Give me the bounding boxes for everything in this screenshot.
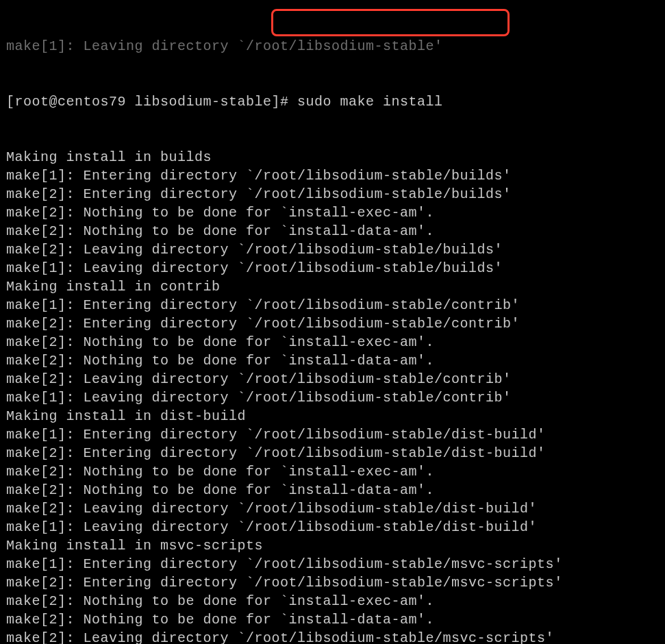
terminal-output-line: make[2]: Nothing to be done for `install…	[6, 592, 665, 610]
terminal-output-line: make[2]: Nothing to be done for `install…	[6, 462, 665, 481]
terminal-output-line: make[2]: Entering directory `/root/libso…	[6, 573, 665, 592]
terminal-output-line: make[2]: Nothing to be done for `install…	[6, 203, 665, 222]
terminal-output-line: make[2]: Nothing to be done for `install…	[6, 351, 665, 370]
terminal-output-line: make[2]: Nothing to be done for `install…	[6, 481, 665, 499]
terminal[interactable]: make[1]: Leaving directory `/root/libsod…	[0, 0, 665, 644]
shell-prompt: [root@centos79 libsodium-stable]#	[6, 94, 297, 110]
terminal-output-line: make[1]: Entering directory `/root/libso…	[6, 425, 665, 444]
terminal-output-line: make[2]: Nothing to be done for `install…	[6, 610, 665, 629]
terminal-output-line: make[2]: Nothing to be done for `install…	[6, 333, 665, 351]
terminal-output-line: make[2]: Entering directory `/root/libso…	[6, 444, 665, 462]
terminal-output: Making install in buildsmake[1]: Enterin…	[6, 148, 665, 644]
terminal-output-line: make[1]: Leaving directory `/root/libsod…	[6, 259, 665, 277]
prompt-line[interactable]: [root@centos79 libsodium-stable]# sudo m…	[6, 92, 665, 111]
terminal-output-line: make[1]: Leaving directory `/root/libsod…	[6, 37, 665, 55]
terminal-output-line: Making install in contrib	[6, 277, 665, 296]
terminal-output-line: make[2]: Entering directory `/root/libso…	[6, 314, 665, 333]
terminal-output-line: make[2]: Leaving directory `/root/libsod…	[6, 240, 665, 259]
terminal-output-line: Making install in msvc-scripts	[6, 536, 665, 555]
terminal-output-line: make[1]: Leaving directory `/root/libsod…	[6, 518, 665, 536]
terminal-output-line: make[2]: Nothing to be done for `install…	[6, 222, 665, 240]
terminal-output-line: make[1]: Entering directory `/root/libso…	[6, 555, 665, 573]
terminal-output-line: make[1]: Entering directory `/root/libso…	[6, 166, 665, 185]
terminal-output-line: Making install in builds	[6, 148, 665, 166]
terminal-output-line: make[1]: Leaving directory `/root/libsod…	[6, 388, 665, 407]
terminal-output-line: make[2]: Leaving directory `/root/libsod…	[6, 370, 665, 388]
terminal-output-line: Making install in dist-build	[6, 407, 665, 425]
terminal-output-line: make[2]: Leaving directory `/root/libsod…	[6, 629, 665, 644]
terminal-output-line: make[2]: Leaving directory `/root/libsod…	[6, 499, 665, 518]
terminal-output-line: make[2]: Entering directory `/root/libso…	[6, 185, 665, 203]
terminal-output-line: make[1]: Entering directory `/root/libso…	[6, 296, 665, 314]
shell-command: sudo make install	[297, 94, 443, 110]
